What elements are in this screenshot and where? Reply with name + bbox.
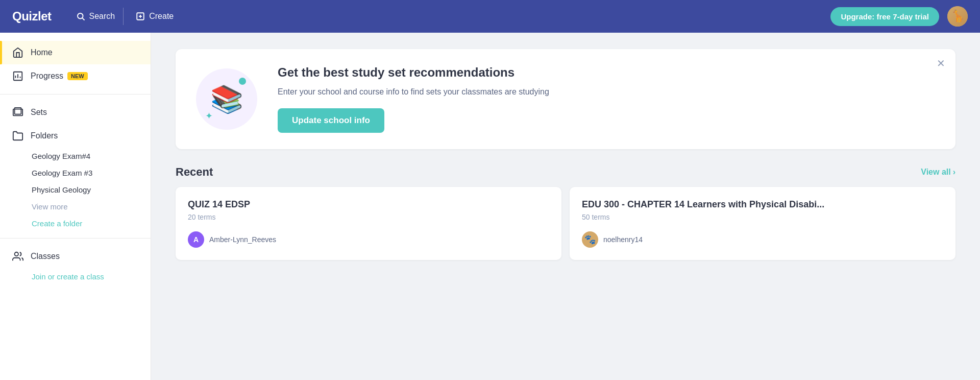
classes-label: Classes (31, 252, 60, 261)
close-recommendation-button[interactable]: ✕ (937, 57, 945, 69)
folder-item-geology4[interactable]: Geology Exam#4 (0, 148, 151, 164)
recommendation-content: Get the best study set recommendations E… (278, 65, 935, 133)
card-1-author: A Amber-Lynn_Reeves (188, 231, 549, 248)
avatar[interactable]: 🦒 (947, 6, 968, 27)
search-icon (76, 12, 85, 21)
folder-item-geology3[interactable]: Geology Exam #3 (0, 164, 151, 181)
logo[interactable]: Quizlet (12, 9, 52, 23)
svg-point-11 (15, 252, 18, 256)
sidebar-divider-1 (0, 94, 151, 94)
progress-new-badge: NEW (67, 72, 88, 80)
create-icon (136, 12, 145, 21)
svg-line-1 (82, 18, 84, 20)
svg-point-0 (78, 13, 83, 19)
header: Quizlet Search Create Upgrade: free 7-da… (0, 0, 980, 33)
update-school-button[interactable]: Update school info (278, 108, 384, 133)
sidebar-item-home[interactable]: Home (0, 41, 151, 64)
sidebar-divider-2 (0, 238, 151, 239)
card-1-title: QUIZ 14 EDSP (188, 199, 549, 210)
avatar-image: 🦒 (947, 6, 968, 27)
card-1-terms: 20 terms (188, 213, 549, 221)
main-content: 📚 ✦ Get the best study set recommendatio… (151, 33, 980, 380)
home-label: Home (31, 48, 53, 57)
card-2-author-name: noelhenry14 (603, 235, 643, 244)
star-decoration: ✦ (205, 110, 213, 122)
recent-title: Recent (176, 165, 213, 179)
classes-icon (12, 251, 23, 262)
teal-dot-decoration (239, 78, 246, 85)
view-all-link[interactable]: View all › (921, 168, 955, 177)
card-1-author-name: Amber-Lynn_Reeves (209, 235, 276, 244)
layout: Home Progress NEW Sets Folders (0, 33, 980, 380)
home-icon (12, 47, 23, 58)
sidebar: Home Progress NEW Sets Folders (0, 33, 151, 380)
card-2-author: 🐾 noelhenry14 (582, 231, 943, 248)
chevron-right-icon: › (953, 168, 955, 177)
recommendation-description: Enter your school and course info to fin… (278, 86, 935, 98)
recommendation-card: 📚 ✦ Get the best study set recommendatio… (176, 49, 955, 149)
card-1-avatar: A (188, 231, 204, 248)
progress-icon (12, 70, 23, 82)
create-folder-link[interactable]: Create a folder (0, 215, 151, 232)
join-class-link[interactable]: Join or create a class (0, 268, 151, 285)
folder-item-physical-geology[interactable]: Physical Geology (0, 181, 151, 198)
search-button[interactable]: Search (68, 8, 124, 25)
recent-section-header: Recent View all › (176, 165, 955, 179)
card-2-title: EDU 300 - CHAPTER 14 Learners with Physi… (582, 199, 943, 210)
study-card-2[interactable]: EDU 300 - CHAPTER 14 Learners with Physi… (570, 187, 955, 260)
sidebar-item-progress[interactable]: Progress NEW (0, 64, 151, 88)
recommendation-illustration: 📚 ✦ (196, 68, 257, 130)
books-icon: 📚 (210, 84, 243, 115)
search-label: Search (89, 12, 115, 21)
sidebar-item-folders[interactable]: Folders (0, 124, 151, 148)
study-card-1[interactable]: QUIZ 14 EDSP 20 terms A Amber-Lynn_Reeve… (176, 187, 561, 260)
card-2-avatar: 🐾 (582, 231, 598, 248)
view-more-link[interactable]: View more (0, 198, 151, 215)
sets-icon (12, 107, 23, 118)
recommendation-title: Get the best study set recommendations (278, 65, 935, 80)
progress-label: Progress (31, 72, 63, 81)
create-button[interactable]: Create (128, 8, 182, 25)
sidebar-item-sets[interactable]: Sets (0, 101, 151, 124)
sets-label: Sets (31, 108, 47, 117)
upgrade-button[interactable]: Upgrade: free 7-day trial (830, 7, 939, 26)
folders-icon (12, 130, 23, 141)
card-2-terms: 50 terms (582, 213, 943, 221)
recent-cards-grid: QUIZ 14 EDSP 20 terms A Amber-Lynn_Reeve… (176, 187, 955, 260)
folders-label: Folders (31, 131, 58, 140)
create-label: Create (149, 12, 174, 21)
sidebar-item-classes[interactable]: Classes (0, 245, 151, 268)
